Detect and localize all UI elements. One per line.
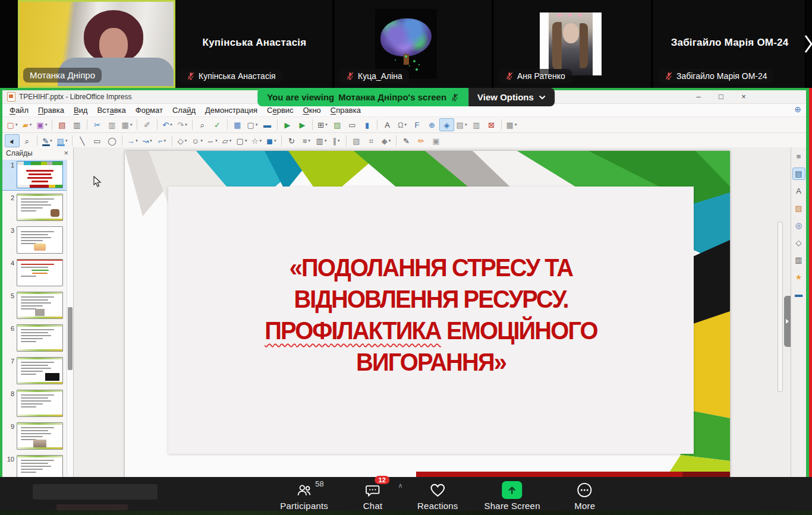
menu-Сервис[interactable]: Сервис [262,105,298,115]
document-language-icon[interactable]: ⊕ [794,105,801,114]
shadow-icon[interactable]: ▧ [349,134,364,147]
master-slide-icon[interactable]: ▬ [260,118,275,131]
scrollbar-thumb[interactable] [68,307,73,370]
lines-and-arrows-icon[interactable]: →▾ [125,134,140,147]
chat-expand-icon[interactable]: ∧ [398,482,403,489]
distribute-selection-icon[interactable]: ∥▾ [329,134,344,147]
insert-text-box-icon[interactable]: A [380,118,395,131]
participants-button[interactable]: 58 Participants [280,481,328,511]
slide-thumbnail-7[interactable]: 7 [2,356,67,386]
line-color-icon[interactable]: ✎▾ [40,134,55,147]
insert-table-icon[interactable]: ⊞▾ [315,118,330,131]
slide-canvas[interactable]: «ПОДОЛАННЯ СТРЕСУ ТАВІДНОВЛЕННЯ РЕСУРСУ.… [125,151,730,477]
slide-thumbnail-10[interactable]: 10 [2,454,67,477]
slide-thumbnail-4[interactable]: 4 [2,258,67,288]
sidebar-tab-navigator[interactable]: ◎ [792,219,805,232]
export-pdf-icon[interactable]: ▤ [55,118,70,131]
crop-image-icon[interactable]: ⌗ [364,134,379,147]
close-panel-icon[interactable]: × [62,149,70,157]
save-icon[interactable]: ▣▾ [34,118,49,131]
display-grid-icon[interactable]: ▦ [230,118,245,131]
sidebar-tab-shapes[interactable]: ◇ [792,236,805,249]
next-participants-icon[interactable] [804,33,812,55]
redo-icon[interactable]: ↷▾ [175,118,190,131]
slide-thumbnail-8[interactable]: 8 [2,388,67,419]
flowchart-shapes-icon[interactable]: ▱▾ [219,134,234,147]
fill-color-icon[interactable]: ▨▾ [55,134,70,147]
find-and-replace-icon[interactable]: ⌕ [195,118,210,131]
sidebar-tab-styles[interactable]: A [792,185,805,197]
block-arrows-icon[interactable]: ⇔▾ [204,134,219,147]
align-objects-icon[interactable]: ≡▾ [299,134,314,147]
show-draw-functions-icon[interactable]: ◈ [439,118,454,131]
slide-thumbnail-6[interactable]: 6 [2,323,67,353]
menu-Вставка[interactable]: Вставка [92,105,130,115]
symbol-shapes-icon[interactable]: ☺▾ [190,134,204,147]
menu-Вид[interactable]: Вид [69,105,93,115]
delete-slide-icon[interactable]: ⊠ [484,118,499,131]
image-filter-icon[interactable]: ◆▾ [379,134,394,147]
menu-Правка[interactable]: Правка [33,105,69,115]
video-tile-kutsa[interactable]: Куца_Аліна [335,0,493,88]
insert-audio-video-icon[interactable]: ▭ [345,118,360,131]
zoom-pan-icon[interactable]: ⌕ [20,134,34,147]
view-options-button[interactable]: View Options [468,88,555,106]
insert-image-icon[interactable]: ▨ [330,118,345,131]
reactions-button[interactable]: Reactions [417,481,458,511]
start-from-first-slide-icon[interactable]: ▶ [280,118,295,131]
more-button[interactable]: More [566,481,603,511]
show-gluepoint-functions-icon[interactable]: ✏ [414,134,429,147]
insert-chart-icon[interactable]: ▮ [360,118,374,131]
sidebar-tab-gallery[interactable]: ▨ [792,202,805,214]
slide-thumbnail-1[interactable]: 1 [2,160,67,190]
edit-points-icon[interactable]: ✎ [399,134,414,147]
slide-layout-icon[interactable]: ▦▾ [504,118,519,131]
menu-Демонстрация[interactable]: Демонстрация [200,105,262,115]
chat-button[interactable]: 12 ∧ Chat [354,481,391,511]
video-tile-anya[interactable]: ♥ ♥ ♥ Аня Ратенко [494,0,652,88]
special-character-icon[interactable]: Ω▾ [395,118,410,131]
insert-line-icon[interactable]: ╲ [75,134,90,147]
clone-formatting-icon[interactable]: ✐ [140,118,155,131]
curves-and-polygons-icon[interactable]: ↝▾ [140,134,155,147]
hyperlink-icon[interactable]: ⊕ [424,118,439,131]
ellipse-icon[interactable]: ◯ [105,134,119,147]
duplicate-slide-icon[interactable]: ▥ [469,118,484,131]
display-views-icon[interactable]: ▢▾ [245,118,260,131]
start-from-current-slide-icon[interactable]: ▶ [295,118,310,131]
undo-icon[interactable]: ↶▾ [160,118,175,131]
share-screen-button[interactable]: Share Screen [484,481,540,511]
video-tile-motanka-dnipro[interactable]: Мотанка Дніпро [18,0,175,88]
new-slide-icon[interactable]: ▤▾ [454,118,469,131]
select-icon[interactable]: ► [5,134,20,147]
spelling-icon[interactable]: ✓ [210,118,225,131]
maximize-button[interactable]: □ [711,91,731,103]
workspace-scrollbar[interactable] [778,222,783,392]
paste-icon[interactable]: ▦▾ [119,118,134,131]
open-icon[interactable]: ▰▾ [20,118,34,131]
menu-Слайд[interactable]: Слайд [168,105,200,115]
video-tile-kupinska[interactable]: Купінська Анастасія Купінська Анастасія [175,0,333,88]
basic-shapes-icon[interactable]: ◇▾ [175,134,190,147]
print-icon[interactable]: ▥ [70,118,84,131]
rectangle-icon[interactable]: ▭ [90,134,105,147]
slide-thumbnail-9[interactable]: 9 [2,421,67,451]
arrange-objects-icon[interactable]: ▥▾ [314,134,329,147]
sidebar-tab-properties[interactable]: ▤ [792,168,805,180]
minimize-button[interactable]: – [688,91,709,103]
menu-Окно[interactable]: Окно [298,105,326,115]
sidebar-tab-master-slides[interactable]: ▬ [792,288,805,301]
menu-Файл[interactable]: Файл [5,105,33,115]
sidebar-toggle-handle[interactable] [784,296,791,347]
cut-icon[interactable]: ✂ [90,118,105,131]
menu-Формат[interactable]: Формат [131,105,168,115]
star-shapes-icon[interactable]: ☆▾ [249,134,264,147]
callout-shapes-icon[interactable]: ▢▾ [234,134,249,147]
3d-objects-icon[interactable]: ◼▾ [264,134,279,147]
fontwork-icon[interactable]: F [410,118,424,131]
copy-icon[interactable]: ▥ [105,118,119,131]
rotate-icon[interactable]: ↻ [284,134,299,147]
close-button[interactable]: × [734,91,754,103]
new-presentation-icon[interactable]: ▢▾ [5,118,20,131]
sidebar-tab-slide-transition[interactable]: ▥ [792,254,805,266]
